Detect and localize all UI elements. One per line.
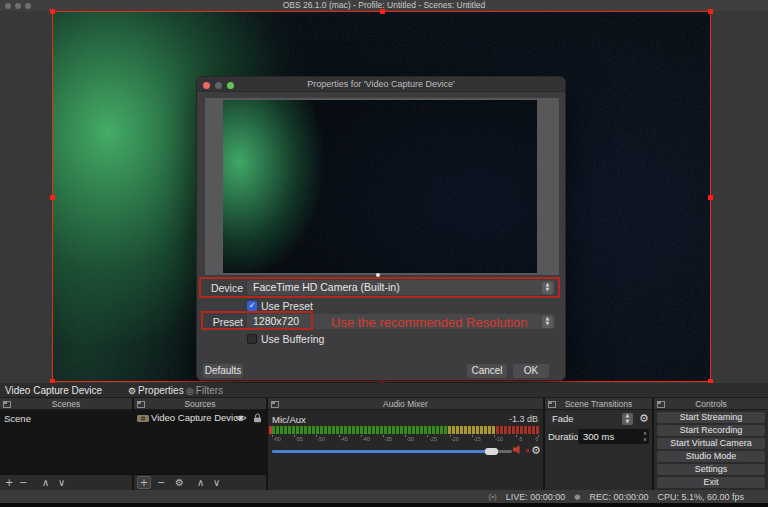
live-signal-icon: (•) bbox=[489, 492, 497, 501]
properties-dialog: Properties for 'Video Capture Device' De… bbox=[196, 76, 566, 381]
defaults-button[interactable]: Defaults bbox=[203, 364, 243, 378]
slider-fill bbox=[272, 450, 491, 453]
add-source-button[interactable]: + bbox=[137, 476, 151, 489]
mixer-gear-icon[interactable]: ⚙ bbox=[531, 444, 541, 457]
audio-mixer-header: Audio Mixer bbox=[268, 398, 543, 410]
sources-toolbar: + − ⚙ ∧ ∨ bbox=[134, 474, 266, 490]
remove-source-button[interactable]: − bbox=[157, 476, 165, 489]
studio-mode-button[interactable]: Studio Mode bbox=[657, 451, 765, 462]
selection-handle-top-right[interactable] bbox=[708, 9, 713, 14]
volume-slider[interactable] bbox=[272, 446, 512, 456]
meter-tick-labels: -60-55 -50-45 -40-35 -30-25 -20-15 -10-5… bbox=[272, 437, 539, 444]
duration-spinbox[interactable]: 300 ms ∧∨ bbox=[578, 429, 649, 444]
selection-handle-mid-right[interactable] bbox=[708, 195, 713, 200]
transition-value: Fade bbox=[552, 413, 574, 424]
audio-mixer-panel: Audio Mixer Mic/Aux -1.3 dB -60-55 -50-4… bbox=[268, 398, 543, 490]
source-properties-button[interactable]: ⚙ bbox=[175, 476, 184, 489]
gear-icon: ⚙ bbox=[128, 386, 136, 396]
selection-handle-top-center[interactable] bbox=[380, 9, 385, 14]
sources-header: Sources bbox=[134, 398, 266, 410]
sources-list: Video Capture Device bbox=[134, 410, 266, 474]
dialog-titlebar: Properties for 'Video Capture Device' bbox=[197, 77, 565, 92]
scene-up-button[interactable]: ∧ bbox=[42, 476, 49, 489]
status-bar: (•) LIVE: 00:00:00 ● REC: 00:00:00 CPU: … bbox=[0, 490, 768, 503]
camera-icon bbox=[137, 414, 149, 423]
source-up-button[interactable]: ∧ bbox=[197, 476, 204, 489]
controls-panel: Controls Start Streaming Start Recording… bbox=[654, 398, 768, 490]
sources-panel: Sources Video Capture Device bbox=[134, 398, 266, 490]
dialog-title: Properties for 'Video Capture Device' bbox=[197, 77, 565, 92]
device-value: FaceTime HD Camera (Built-in) bbox=[253, 281, 400, 293]
mute-x-icon: ✕ bbox=[525, 447, 530, 454]
scenes-header: Scenes bbox=[0, 398, 132, 410]
use-preset-checkbox[interactable]: ✓ bbox=[247, 301, 257, 311]
filters-icon: ◎ bbox=[186, 386, 194, 396]
start-virtual-camera-button[interactable]: Start Virtual Camera bbox=[657, 438, 765, 449]
transition-select[interactable]: Fade ▲▼ bbox=[547, 412, 635, 426]
cpu-fps-stats: CPU: 5.1%, 60.00 fps bbox=[657, 492, 744, 502]
preview-noise-overlay bbox=[223, 100, 537, 273]
cancel-button[interactable]: Cancel bbox=[467, 364, 507, 378]
transition-gear-icon[interactable]: ⚙ bbox=[639, 412, 649, 425]
start-streaming-button[interactable]: Start Streaming bbox=[657, 412, 765, 423]
dock-area: Scenes Scene + − ∧ ∨ Sources bbox=[0, 398, 768, 490]
selection-handle-mid-left[interactable] bbox=[50, 195, 55, 200]
scenes-panel: Scenes Scene + − ∧ ∨ bbox=[0, 398, 132, 490]
exit-button[interactable]: Exit bbox=[657, 477, 765, 488]
transition-spinner-icon[interactable]: ▲▼ bbox=[622, 413, 633, 425]
source-toolbar: Video Capture Device ⚙Properties ◎Filter… bbox=[0, 383, 768, 398]
scene-transitions-header: Scene Transitions bbox=[545, 398, 652, 410]
use-buffering-checkbox[interactable] bbox=[247, 334, 257, 344]
mixer-level-db: -1.3 dB bbox=[509, 414, 538, 424]
source-down-button[interactable]: ∨ bbox=[213, 476, 220, 489]
add-scene-button[interactable]: + bbox=[5, 476, 13, 489]
remove-scene-button[interactable]: − bbox=[19, 476, 27, 489]
device-select[interactable]: FaceTime HD Camera (Built-in) ▲▼ bbox=[247, 280, 555, 295]
device-select-spinner-icon[interactable]: ▲▼ bbox=[542, 282, 553, 294]
dialog-camera-preview-frame bbox=[205, 98, 559, 275]
ok-button[interactable]: OK bbox=[513, 364, 549, 378]
device-label: Device bbox=[205, 282, 243, 294]
annotation-text: Use the recommended Resolution bbox=[331, 315, 528, 330]
rec-dot-icon: ● bbox=[574, 493, 580, 501]
selected-source-name: Video Capture Device bbox=[5, 384, 102, 397]
preset-select-spinner-icon[interactable]: ▲▼ bbox=[542, 316, 553, 328]
use-buffering-label: Use Buffering bbox=[261, 334, 324, 345]
live-timer: LIVE: 00:00:00 bbox=[506, 492, 566, 502]
obs-window: OBS 26.1.0 (mac) - Profile: Untitled - S… bbox=[0, 0, 768, 507]
controls-header: Controls bbox=[654, 398, 768, 410]
duration-spinner-icon[interactable]: ∧∨ bbox=[643, 430, 647, 442]
scene-down-button[interactable]: ∨ bbox=[58, 476, 65, 489]
dialog-camera-preview bbox=[223, 100, 537, 273]
preset-label: Preset bbox=[205, 316, 243, 328]
mute-speaker-icon[interactable] bbox=[513, 445, 524, 454]
selection-handle-top-left[interactable] bbox=[50, 9, 55, 14]
mixer-body: Mic/Aux -1.3 dB -60-55 -50-45 -40-35 -30… bbox=[268, 410, 543, 490]
scenes-list: Scene bbox=[0, 410, 132, 474]
eye-icon[interactable] bbox=[235, 414, 247, 422]
bottom-strip bbox=[0, 503, 768, 507]
scene-list-item[interactable]: Scene bbox=[4, 413, 31, 425]
scene-transitions-panel: Scene Transitions Fade ▲▼ ⚙ Duration 300… bbox=[545, 398, 652, 490]
start-recording-button[interactable]: Start Recording bbox=[657, 425, 765, 436]
lock-icon[interactable] bbox=[253, 413, 262, 423]
volume-meter bbox=[272, 426, 539, 434]
filters-button[interactable]: ◎Filters bbox=[186, 384, 223, 398]
source-list-item[interactable]: Video Capture Device bbox=[134, 411, 266, 424]
properties-button[interactable]: ⚙Properties bbox=[128, 384, 184, 398]
settings-button[interactable]: Settings bbox=[657, 464, 765, 475]
duration-value: 300 ms bbox=[583, 431, 614, 442]
scenes-toolbar: + − ∧ ∨ bbox=[0, 474, 132, 490]
mixer-channel-name: Mic/Aux bbox=[272, 414, 306, 425]
slider-handle[interactable] bbox=[485, 448, 498, 455]
rec-timer: REC: 00:00:00 bbox=[589, 492, 648, 502]
